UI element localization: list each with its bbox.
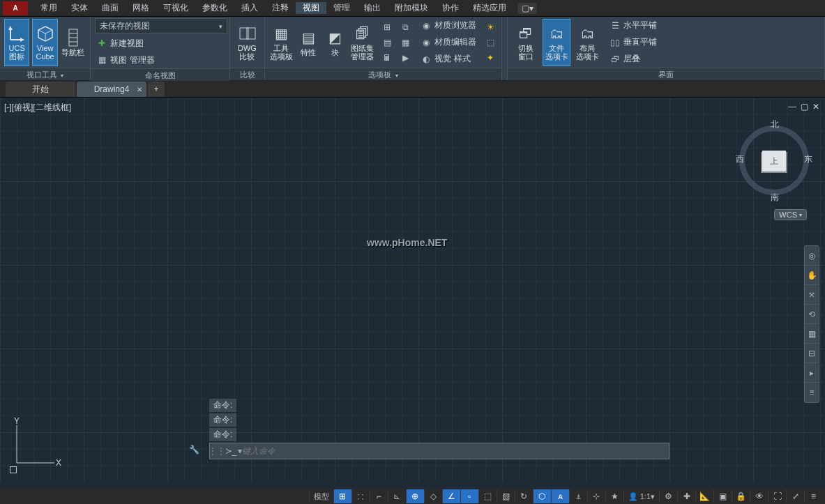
west-label[interactable]: 西 [736,153,744,165]
material-editor-button[interactable]: ◉材质编辑器 [419,36,478,49]
new-view-button[interactable]: ✚ 新建视图 [95,36,225,50]
north-label[interactable]: 北 [771,119,779,130]
lw-toggle[interactable]: ⬚ [478,489,497,503]
drawing-canvas[interactable]: [-][俯视][二维线框] — ▢ ✕ www.pHome.NET 北 南 东 … [0,98,825,482]
tab-drawing[interactable]: Drawing4✕ [77,82,146,97]
layout-tabs-button[interactable]: 🗂 布局选项卡 [573,19,601,66]
view-manager-button[interactable]: ▦ 视图 管理器 [95,53,225,67]
tile-vertical-button[interactable]: ▯▯垂直平铺 [608,36,658,49]
sm-btn-b1[interactable]: ⧉ [398,20,412,34]
wcs-dropdown[interactable]: WCS [774,209,807,220]
annomon-toggle[interactable]: ✚ [677,489,695,503]
menu-10[interactable]: 输出 [357,2,388,14]
tab-add[interactable]: + [148,82,165,97]
viewcube-top[interactable]: 上 [762,151,786,171]
hw-accel-toggle[interactable]: ⛶ [768,489,786,503]
menu-2[interactable]: 曲面 [95,2,126,14]
menu-1[interactable]: 实体 [64,2,95,14]
more-icon[interactable]: ⊟ [805,344,819,363]
menu-5[interactable]: 参数化 [195,2,234,14]
switch-window-button[interactable]: 🗗 切换窗口 [512,19,540,66]
east-label[interactable]: 东 [804,153,812,165]
properties-button[interactable]: ▤ 特性 [296,19,321,66]
menu-9[interactable]: 管理 [326,2,357,14]
material-browser-button[interactable]: ◉材质浏览器 [419,19,478,33]
pan-icon[interactable]: ✋ [805,266,819,285]
close-icon[interactable]: ✕ [137,86,142,93]
sm-btn-b2[interactable]: ▦ [398,36,412,49]
menu-8[interactable]: 视图 [296,2,326,14]
menu-overflow[interactable]: ▢▾ [517,3,537,14]
trans-toggle[interactable]: ▧ [497,489,515,503]
units-button[interactable]: 📐 [695,489,713,503]
blocks-button[interactable]: ◩ 块 [324,19,348,66]
annoscale-button[interactable]: 👤1:1 ▾ [623,489,659,503]
nav-settings-icon[interactable]: ≡ [805,383,819,402]
viewcube-button[interactable]: ViewCube [32,19,57,66]
cycle-toggle[interactable]: ↻ [515,489,533,503]
command-line[interactable]: ⋮⋮ ≻_ ▾ [209,443,669,459]
navbar-button[interactable]: 导航栏 [61,19,86,66]
menu-6[interactable]: 插入 [234,2,265,14]
filter-toggle[interactable]: ⍋ [569,489,587,503]
maximize-icon[interactable]: ▢ [801,102,808,112]
workspace-button[interactable]: ⚙ [659,489,677,503]
viewcube[interactable]: 北 南 东 西 上 [736,119,812,209]
grip-icon[interactable]: ⋮⋮ [210,446,224,456]
grid-toggle[interactable]: ⊞ [333,489,351,503]
isolate-button[interactable]: 👁 [750,489,768,503]
play-icon[interactable]: ▸ [805,363,819,383]
gizmo-toggle[interactable]: ⊹ [587,489,605,503]
orbit-icon[interactable]: ⟲ [805,305,819,324]
menu-4[interactable]: 可视化 [156,2,195,14]
menu-7[interactable]: 注释 [265,2,296,14]
app-icon[interactable]: A [3,1,28,15]
dynucs-toggle[interactable]: ᴀ [551,489,569,503]
menu-13[interactable]: 精选应用 [466,2,513,14]
dwg-compare-button[interactable]: DWG比较 [234,19,260,66]
minimize-icon[interactable]: — [788,102,796,112]
sun-btn[interactable]: ☀ [483,20,497,34]
annot-vis-toggle[interactable]: ★ [605,489,623,503]
menu-3[interactable]: 网格 [126,2,156,14]
south-label[interactable]: 南 [771,192,779,204]
viewport-label[interactable]: [-][俯视][二维线框] [4,102,71,114]
iso-toggle[interactable]: ◇ [424,489,442,503]
ortho-toggle[interactable]: ⊾ [388,489,406,503]
modelspace-button[interactable]: 模型 [309,489,333,503]
qp-toggle[interactable]: ▣ [713,489,732,503]
customize-icon[interactable]: 🔧 [187,443,201,457]
sheetset-button[interactable]: 🗐 图纸集管理器 [350,19,374,66]
polar-toggle[interactable]: ⊕ [406,489,424,503]
sm-btn-a1[interactable]: ⊞ [380,20,394,34]
file-tabs-button[interactable]: 🗂 文件选项卡 [543,19,570,66]
tool-palettes-button[interactable]: ▦ 工具选项板 [269,19,294,66]
snap-toggle[interactable]: ⸬ [351,489,370,503]
sm-btn-a2[interactable]: ▤ [380,36,394,49]
sm-btn-a3[interactable]: 🖩 [380,51,394,65]
tile-horizontal-button[interactable]: ☰水平平铺 [608,19,658,33]
lockui-toggle[interactable]: 🔒 [732,489,750,503]
zoom-icon[interactable]: ⤧ [805,285,819,305]
render-btn[interactable]: ⬚ [483,36,497,49]
sm-btn-b3[interactable]: ▶ [398,51,412,65]
saved-views-dropdown[interactable]: 未保存的视图 [95,18,227,33]
visual-styles-button[interactable]: ◐视觉 样式 [419,52,478,66]
showmotion-icon[interactable]: ▦ [805,324,819,344]
ucs-icon-button[interactable]: UCS图标 [4,19,29,66]
close-viewport-icon[interactable]: ✕ [812,102,819,112]
cleanscreen-button[interactable]: ⤢ [786,489,804,503]
tab-start[interactable]: 开始 [6,82,75,97]
menu-0[interactable]: 常用 [33,2,64,14]
cascade-button[interactable]: 🗗层叠 [608,52,658,66]
light-btn[interactable]: ✦ [483,51,497,65]
otrack-toggle[interactable]: ∠ [442,489,460,503]
osnap-toggle[interactable]: ▫ [460,489,478,503]
fullnav-icon[interactable]: ◎ [805,246,819,266]
infer-toggle[interactable]: ⌐ [370,489,388,503]
3dosnap-toggle[interactable]: ⬡ [533,489,551,503]
menu-12[interactable]: 协作 [435,2,466,14]
custom-statusbar[interactable]: ≡ [804,489,822,503]
menu-11[interactable]: 附加模块 [388,2,435,14]
command-input[interactable] [242,446,669,456]
